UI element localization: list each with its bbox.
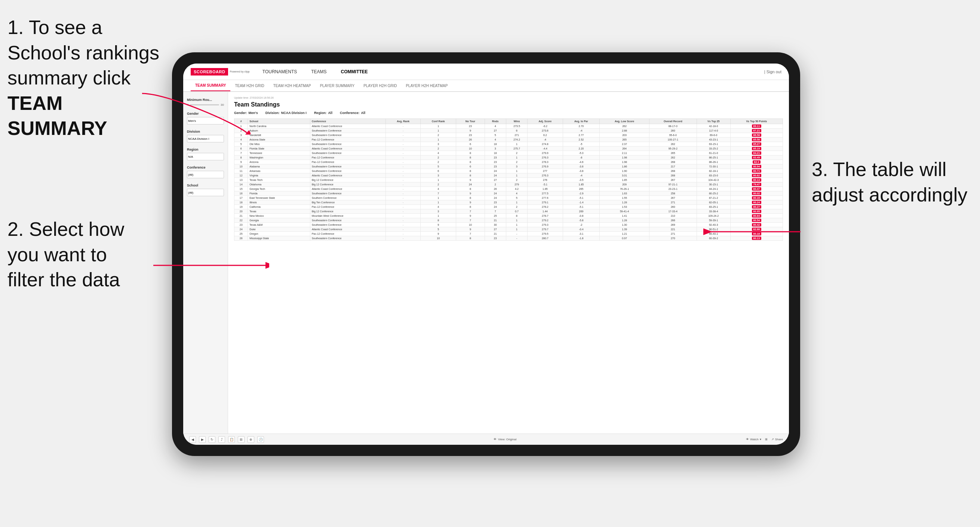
cell-vs-top-25: 69-6-0 (697, 133, 730, 138)
subnav-player-h2h-grid[interactable]: PLAYER H2H GRID (359, 80, 401, 91)
cell-overall-record: 266 (649, 218, 697, 223)
toolbar-reload[interactable]: ↻ (208, 436, 215, 443)
cell-wins: 271 (506, 133, 527, 138)
filter-conference-value: All (361, 111, 365, 115)
cell-vs-top-50: 80.47 (730, 187, 783, 191)
cell-avg-to-par: -1.4 (563, 200, 600, 205)
cell-school: California (248, 205, 310, 209)
filter-conference-label: Conference: (340, 111, 360, 115)
score-badge: 80.62 (752, 174, 762, 177)
cell-vs-top-25: 80-25-2 (697, 191, 730, 196)
toolbar-icon-group[interactable]: ⊞ (765, 438, 768, 441)
cell-adj-score: -6.2 (528, 124, 563, 129)
col-avg-rank: Avg. Rank (386, 119, 421, 124)
table-row: 10AlabamaSoutheastern Conference-5623327… (234, 165, 783, 169)
conference-select[interactable]: (All) (187, 171, 224, 178)
cell-no-tour: 9 (456, 214, 485, 218)
cell-conf-rank: 1 (421, 196, 456, 200)
cell-rnds: 21 (485, 232, 506, 236)
cell-conference: Mountain West Conference (310, 214, 386, 218)
cell-no-tour: 23 (456, 124, 485, 129)
cell-avg-rank: - (386, 223, 421, 227)
sign-out-button[interactable]: | Sign out (764, 70, 781, 74)
watch-button[interactable]: 👁 Watch ▾ (746, 438, 761, 441)
table-header-row: # School Conference Avg. Rank Conf Rank … (234, 119, 783, 124)
table-row: 8WashingtonPac-12 Conference-28231276.3-… (234, 156, 783, 160)
school-select[interactable]: (All) (187, 189, 224, 196)
cell-adj-score: -4 (528, 138, 563, 142)
score-badge: 82.3 (752, 160, 761, 164)
cell-rnds: 18 (485, 151, 506, 156)
cell-conference: Pac-12 Conference (310, 205, 386, 209)
cell-vs-top-25: 104-42-3 (697, 178, 730, 183)
cell-rank: 21 (234, 214, 248, 218)
cell-avg-to-par: -4 (563, 173, 600, 178)
cell-vs-top-50: 80.27 (730, 205, 783, 209)
filter-division: Division: NCAA Division I (266, 111, 307, 115)
toolbar-forward[interactable]: ▶ (199, 436, 206, 443)
cell-avg-rank: - (386, 160, 421, 165)
table-row: 3VanderbiltSoutheastern Conference-22352… (234, 133, 783, 138)
share-button[interactable]: ↗ Share (772, 438, 783, 441)
toolbar-more[interactable]: ⊕ (248, 436, 254, 443)
toolbar-share2[interactable]: ⤴ (218, 436, 225, 443)
region-select[interactable]: N/A (187, 153, 224, 160)
view-original-button[interactable]: 👁 View: Original (493, 438, 516, 441)
cell-rank: 26 (234, 236, 248, 241)
cell-rnds: 27 (485, 129, 506, 133)
logo-area: SCOREBOARD Powered by clipp (191, 68, 250, 76)
division-select[interactable]: NCAA Division I (187, 135, 224, 143)
step1-bold: TEAM SUMMARY (8, 92, 107, 140)
cell-school: New Mexico (248, 214, 310, 218)
step2-text-2: you want to (8, 244, 107, 265)
score-badge: 80.47 (752, 187, 762, 190)
cell-no-tour: 8 (456, 187, 485, 191)
subnav-player-summary[interactable]: PLAYER SUMMARY (316, 80, 359, 91)
cell-rnds: 5 (485, 133, 506, 138)
cell-rank: 11 (234, 169, 248, 173)
cell-avg-low: 3.01 (600, 173, 649, 178)
cell-adj-score: 280.7 (528, 236, 563, 241)
col-conf-rank: Conf Rank (421, 119, 456, 124)
cell-conference: Southeastern Conference (310, 223, 386, 227)
nav-committee[interactable]: COMMITTEE (339, 69, 369, 75)
cell-school: East Tennessee State (248, 196, 310, 200)
toolbar-time[interactable]: 🕐 (257, 436, 264, 443)
cell-avg-rank: - (386, 156, 421, 160)
toolbar-bookmark[interactable]: 📋 (228, 436, 235, 443)
cell-avg-to-par: 2.52 (563, 138, 600, 142)
cell-conf-rank: 5 (421, 165, 456, 169)
cell-rank: 19 (234, 205, 248, 209)
cell-conference: Southeastern Conference (310, 165, 386, 169)
col-vs-top-50: Vs Top 50 Points (730, 119, 783, 124)
nav-teams[interactable]: TEAMS (310, 69, 328, 75)
cell-conf-rank: 8 (421, 218, 456, 223)
cell-school: Georgia (248, 218, 310, 223)
arrow-2 (150, 247, 269, 284)
cell-overall-record: 258 (649, 191, 697, 196)
cell-avg-rank: - (386, 173, 421, 178)
cell-overall-record: 260 (649, 205, 697, 209)
cell-wins: 3 (506, 165, 527, 169)
cell-no-tour: 8 (456, 160, 485, 165)
cell-wins: 2 (506, 205, 527, 209)
cell-avg-to-par: -3.8 (563, 169, 600, 173)
cell-rank: 16 (234, 191, 248, 196)
score-badge: 80.02 (752, 192, 762, 195)
cell-conf-rank: 2 (421, 160, 456, 165)
cell-adj-score: 279.9 (528, 151, 563, 156)
score-badge: 80.24 (752, 201, 762, 204)
table-row: 5Ole MissSoutheastern Conference-3618127… (234, 142, 783, 146)
subnav-team-h2h-heatmap[interactable]: TEAM H2H HEATMAP (269, 80, 316, 91)
cell-rnds: 24 (485, 205, 506, 209)
filter-division-value: NCAA Division I (281, 111, 307, 115)
col-no-tour: No Tour (456, 119, 485, 124)
cell-rank: 14 (234, 183, 248, 187)
tablet-screen: SCOREBOARD Powered by clipp TOURNAMENTS … (183, 63, 789, 445)
subnav-player-h2h-heatmap[interactable]: PLAYER H2H HEATMAP (401, 80, 452, 91)
cell-vs-top-25: 83-25-1 (697, 205, 730, 209)
toolbar-back[interactable]: ◀ (189, 436, 196, 443)
nav-tournaments[interactable]: TOURNAMENTS (261, 69, 298, 75)
cell-conf-rank: 1 (421, 200, 456, 205)
toolbar-copy[interactable]: ⊞ (238, 436, 245, 443)
